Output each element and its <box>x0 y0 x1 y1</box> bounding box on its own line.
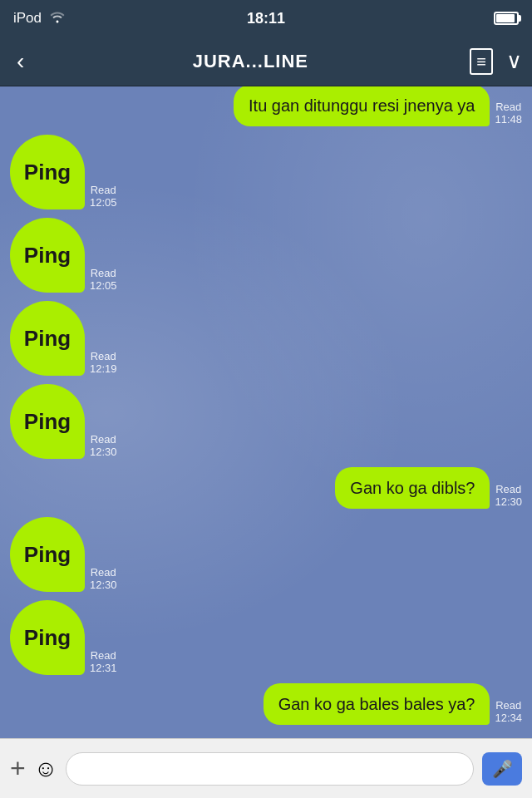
message-row: Read 12:34Gan ko ga bales bales ya? <box>10 683 522 725</box>
read-label: Read 12:30 <box>90 433 117 459</box>
read-label: Read 11:48 <box>495 101 522 126</box>
message-bubble: Gan ko ga dibls? <box>335 467 490 509</box>
read-label: Read 12:05 <box>90 184 117 209</box>
ping-bubble: Ping <box>10 600 85 675</box>
status-right <box>494 12 519 25</box>
status-time: 18:11 <box>247 10 285 27</box>
message-row: PingRead 12:19 <box>10 301 522 376</box>
read-label: Read 12:05 <box>90 267 117 293</box>
back-button[interactable]: ‹ <box>10 42 31 81</box>
nav-actions: ≡ ∨ <box>470 48 522 75</box>
message-row: PingRead 12:31 <box>10 600 522 675</box>
read-label: Read 12:30 <box>495 483 522 509</box>
ping-bubble: Ping <box>10 218 85 293</box>
nav-title: JURA...LINE <box>193 51 308 72</box>
message-input[interactable] <box>66 752 474 786</box>
message-bubble: Gan ko ga bales bales ya? <box>264 683 490 725</box>
status-bar: iPod 18:11 <box>0 0 532 37</box>
mic-button[interactable]: 🎤 <box>482 752 522 786</box>
message-row: PingRead 12:30 <box>10 517 522 592</box>
input-bar: + ☺ 🎤 <box>0 738 532 798</box>
read-label: Read 12:34 <box>495 699 522 725</box>
menu-icon[interactable]: ≡ <box>470 48 493 75</box>
add-button[interactable]: + <box>10 753 26 784</box>
status-left: iPod <box>13 10 66 27</box>
read-label: Read 12:19 <box>90 350 117 376</box>
nav-bar: ‹ JURA...LINE ≡ ∨ <box>0 37 532 86</box>
read-label: Read 12:30 <box>90 566 117 592</box>
message-bubble: Itu gan ditunggu resi jnenya ya <box>234 86 490 126</box>
message-row: PingRead 12:05 <box>10 135 522 209</box>
read-label: Read 12:31 <box>90 649 117 675</box>
carrier-label: iPod <box>13 10 42 27</box>
message-row: PingRead 12:30 <box>10 384 522 459</box>
battery-icon <box>494 12 519 25</box>
ping-bubble: Ping <box>10 517 85 592</box>
ping-bubble: Ping <box>10 384 85 459</box>
wifi-icon <box>48 10 66 27</box>
emoji-button[interactable]: ☺ <box>34 756 58 782</box>
chevron-down-icon[interactable]: ∨ <box>506 48 522 74</box>
chat-area: Read 11:48Itu gan ditunggu resi jnenya y… <box>0 86 532 738</box>
message-row: Read 11:48Itu gan ditunggu resi jnenya y… <box>10 86 522 126</box>
message-row: Read 12:30Gan ko ga dibls? <box>10 467 522 509</box>
mic-icon: 🎤 <box>492 759 513 779</box>
ping-bubble: Ping <box>10 135 85 209</box>
ping-bubble: Ping <box>10 301 85 376</box>
message-row: PingRead 12:05 <box>10 218 522 293</box>
